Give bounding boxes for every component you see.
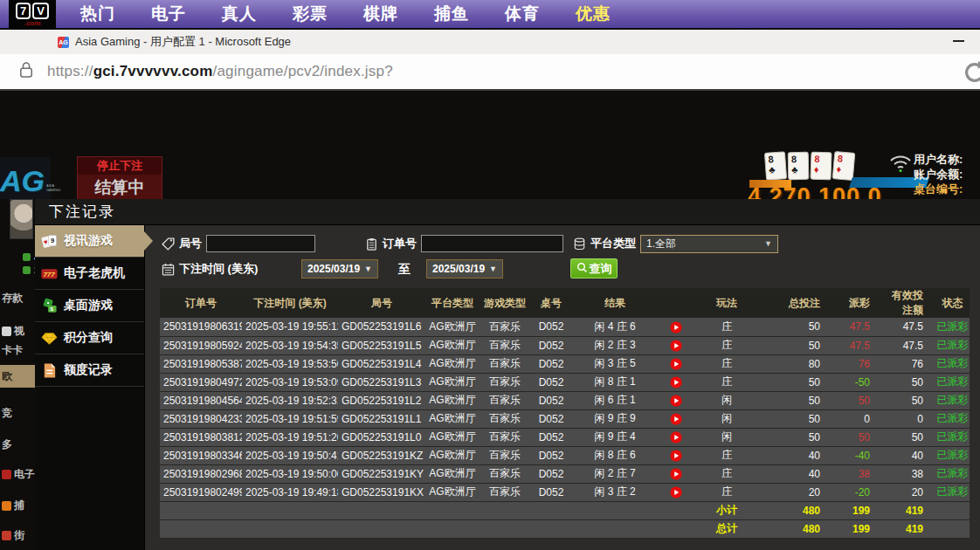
empty-cell xyxy=(935,519,970,538)
date-to-select[interactable]: 2025/03/19▼ xyxy=(426,259,503,278)
search-button[interactable]: 查询 xyxy=(570,258,618,278)
grand-total-valid: 419 xyxy=(882,519,935,538)
sidebar-item-视讯游戏[interactable]: ♥9视讯游戏 xyxy=(35,225,144,258)
nav-item-电子[interactable]: 电子 xyxy=(151,3,186,25)
table-row: 2503191980334652025-03-19 19:50:41GD0522… xyxy=(160,446,970,464)
column-header-有效投注额: 有效投注额 xyxy=(882,288,935,318)
table-status-banner: 停止下注 结算中 xyxy=(77,156,162,202)
url-bar[interactable]: https://gci.7vvvvvv.com/agingame/pcv2/in… xyxy=(0,54,980,91)
cell-play xyxy=(658,373,694,391)
play-video-button[interactable] xyxy=(670,412,682,424)
cell-valid: 76 xyxy=(882,354,935,373)
bet-time-label: 下注时间 (美东) xyxy=(179,261,258,277)
cell-status: 已派彩 xyxy=(935,428,970,446)
cell-total: 50 xyxy=(759,336,832,354)
play-video-button[interactable] xyxy=(670,467,682,479)
play-video-button[interactable] xyxy=(670,485,682,498)
rail-item-竞[interactable]: 竞 xyxy=(0,402,35,424)
cell-time: 2025-03-19 19:52:31 xyxy=(242,391,338,409)
nav-item-捕鱼[interactable]: 捕鱼 xyxy=(434,3,469,25)
play-video-button[interactable] xyxy=(670,375,682,388)
subtotal-total: 480 xyxy=(759,501,832,519)
cell-table: D052 xyxy=(530,354,572,373)
cell-valid: 38 xyxy=(882,464,935,483)
rail-item-街[interactable]: 街 xyxy=(0,524,35,547)
empty-cell xyxy=(572,519,658,538)
playing-card: 8♣ xyxy=(764,151,787,181)
sidebar-item-额度记录[interactable]: 额度记录 xyxy=(35,354,144,387)
column-header-玩法: 玩法 xyxy=(694,288,759,318)
cell-payout: 47.5 xyxy=(832,336,882,354)
nav-item-优惠[interactable]: 优惠 xyxy=(576,3,611,25)
cell-play xyxy=(658,391,694,409)
column-header-状态: 状态 xyxy=(935,288,970,318)
cell-payout: -40 xyxy=(832,446,882,464)
rail-item-欧[interactable]: 欧 xyxy=(0,365,35,388)
rail-item-卡卡[interactable]: 卡卡 xyxy=(0,339,35,361)
play-video-button[interactable] xyxy=(670,320,682,333)
cell-order: 250319198042333 xyxy=(160,409,242,428)
cell-bet: 闲 xyxy=(694,428,759,446)
cell-table: D052 xyxy=(530,318,572,336)
reload-icon[interactable] xyxy=(962,59,980,89)
cell-time: 2025-03-19 19:50:00 xyxy=(242,464,338,483)
cell-status: 已派彩 xyxy=(935,409,970,428)
url-text[interactable]: https://gci.7vvvvvv.com/agingame/pcv2/in… xyxy=(47,63,393,80)
rail-item-捕[interactable]: 捕 xyxy=(0,494,35,517)
sidebar-item-电子老虎机[interactable]: 777电子老虎机 xyxy=(35,258,144,290)
cell-bet: 庄 xyxy=(694,354,759,373)
cell-status: 已派彩 xyxy=(935,446,970,464)
cell-platform: AG欧洲厅 xyxy=(425,318,480,336)
nav-item-棋牌[interactable]: 棋牌 xyxy=(363,3,398,25)
cell-status: 已派彩 xyxy=(935,318,970,336)
order-label: 订单号 xyxy=(383,236,417,251)
cell-status: 已派彩 xyxy=(935,336,970,354)
search-button-label: 查询 xyxy=(590,261,612,277)
empty-cell xyxy=(425,501,480,519)
play-video-button[interactable] xyxy=(670,339,682,351)
svg-text:$: $ xyxy=(50,306,53,312)
subtotal-payout: 199 xyxy=(832,501,882,519)
column-header-平台类型: 平台类型 xyxy=(425,288,480,318)
cell-round: GD052253191L6 xyxy=(338,318,425,336)
rail-item-电子[interactable]: 电子 xyxy=(0,463,35,485)
cell-payout: 0 xyxy=(832,409,882,428)
cell-bet: 闲 xyxy=(694,409,759,428)
date-from-select[interactable]: 2025/03/19▼ xyxy=(301,259,378,278)
cell-status: 已派彩 xyxy=(935,373,970,391)
play-video-button[interactable] xyxy=(670,430,682,443)
empty-cell xyxy=(480,501,530,519)
cell-round: GD052253191L3 xyxy=(338,373,425,391)
site-logo[interactable]: 7 V .com xyxy=(9,0,56,30)
play-video-button[interactable] xyxy=(670,449,682,461)
cell-result: 闲 4 庄 6 xyxy=(572,318,658,336)
nav-item-真人[interactable]: 真人 xyxy=(222,3,257,25)
table-row: 2503191980381262025-03-19 19:51:20GD0522… xyxy=(160,428,970,446)
cell-result: 闲 3 庄 5 xyxy=(572,354,658,373)
cell-game: 百家乐 xyxy=(480,464,530,483)
cell-platform: AG欧洲厅 xyxy=(425,409,480,428)
order-input[interactable] xyxy=(421,235,563,252)
chevron-down-icon: ▼ xyxy=(764,239,772,248)
sidebar-item-桌面游戏[interactable]: $桌面游戏 xyxy=(35,290,144,322)
platform-select[interactable]: 1.全部 ▼ xyxy=(640,235,778,253)
play-video-button[interactable] xyxy=(670,357,682,369)
rail-item-多[interactable]: 多 xyxy=(0,433,35,456)
empty-cell xyxy=(242,519,338,538)
sidebar-item-积分查询[interactable]: 积分查询 xyxy=(35,322,144,354)
nav-item-热门[interactable]: 热门 xyxy=(80,3,115,25)
play-video-button[interactable] xyxy=(670,394,682,406)
logo-v: V xyxy=(32,3,49,19)
column-header-局号: 局号 xyxy=(338,288,425,318)
rail-item-存款[interactable]: 存款 xyxy=(0,286,35,309)
minimize-button[interactable] xyxy=(943,31,973,51)
round-input[interactable] xyxy=(206,235,315,252)
table-row: 2503191980497252025-03-19 19:53:09GD0522… xyxy=(160,373,970,391)
cell-status: 已派彩 xyxy=(935,483,970,501)
cell-play xyxy=(658,446,694,464)
cell-result: 闲 9 庄 4 xyxy=(572,428,658,446)
rail-item-icon xyxy=(2,531,11,540)
sidebar-item-label: 额度记录 xyxy=(64,362,113,378)
nav-item-彩票[interactable]: 彩票 xyxy=(293,3,328,25)
nav-item-体育[interactable]: 体育 xyxy=(505,3,540,25)
